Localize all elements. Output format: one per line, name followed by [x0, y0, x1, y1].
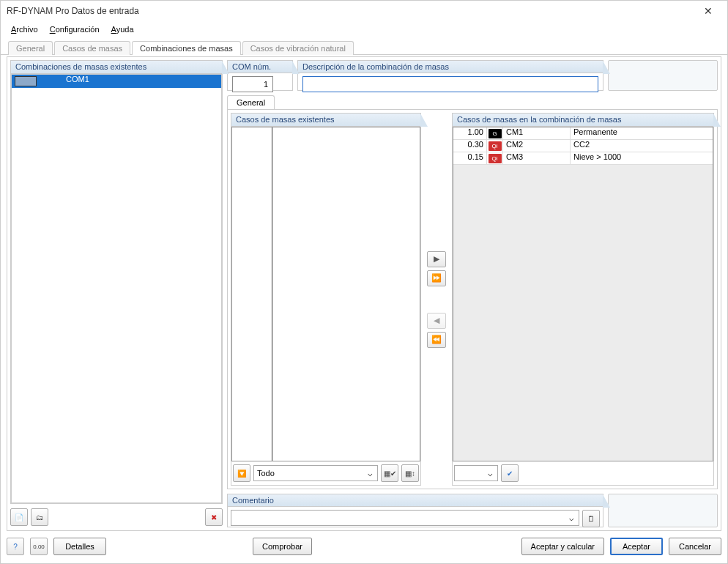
menu-ayuda[interactable]: Ayuda	[107, 23, 138, 35]
comment-input[interactable]	[231, 510, 579, 526]
subtab-general[interactable]: General	[227, 95, 275, 109]
units-icon[interactable]: 0.00	[30, 538, 48, 555]
cancel-button[interactable]: Cancelar	[669, 538, 721, 555]
apply-icon[interactable]: ▦✔	[381, 464, 398, 482]
cell-code: CM1	[503, 127, 571, 139]
cell-badge: Qi	[487, 140, 503, 152]
tab-general[interactable]: General	[8, 41, 53, 55]
help-icon[interactable]: ?	[7, 538, 24, 555]
check-icon[interactable]: ✔	[501, 464, 519, 482]
bottom-note	[608, 494, 718, 527]
list-item[interactable]: COM1	[12, 75, 221, 88]
com-num-input[interactable]	[232, 76, 273, 92]
tab-combinaciones-masas[interactable]: Combinaciones de masas	[132, 41, 241, 55]
filter-icon[interactable]: 🔽	[233, 464, 250, 482]
accept-button[interactable]: Aceptar	[610, 538, 663, 555]
details-button[interactable]: Detalles	[53, 538, 106, 555]
target-grid[interactable]: 1.00GCM1Permanente0.30QiCM2CC20.15QiCM3N…	[453, 127, 713, 461]
table-row[interactable]: 0.15QiCM3Nieve > 1000	[453, 152, 713, 165]
cell-type: Nieve > 1000	[571, 152, 713, 164]
move-left-icon[interactable]: ◀	[427, 313, 446, 329]
source-grid[interactable]	[231, 127, 420, 461]
menu-archivo[interactable]: Archivo	[7, 23, 42, 35]
arrange-icon[interactable]: ▦↕	[401, 464, 419, 482]
target-small-select[interactable]	[454, 465, 498, 481]
cell-type: Permanente	[571, 127, 713, 139]
comment-label: Comentario	[228, 494, 603, 507]
window-title: RF-DYNAM Pro Datos de entrada	[7, 6, 695, 16]
target-header: Casos de masas en la combinación de masa…	[453, 114, 713, 127]
delete-icon[interactable]: ✖	[205, 508, 223, 526]
desc-input[interactable]	[302, 76, 598, 92]
cell-code: CM3	[503, 152, 571, 164]
move-all-left-icon[interactable]: ⏪	[427, 332, 446, 348]
cell-factor: 0.30	[453, 140, 487, 152]
existing-header: Combinaciones de masas existentes	[11, 61, 222, 74]
desc-label: Descripción de la combinación de masas	[298, 61, 603, 73]
menu-configuracion[interactable]: Configuración	[45, 23, 104, 35]
accept-calc-button[interactable]: Aceptar y calcular	[521, 538, 604, 555]
com-num-label: COM núm.	[228, 61, 292, 73]
duplicate-icon[interactable]: 🗂	[31, 508, 48, 526]
tab-casos-masas[interactable]: Casos de masas	[54, 41, 130, 55]
cell-code: CM2	[503, 140, 571, 152]
new-item-icon[interactable]: 📄	[10, 508, 28, 526]
cell-factor: 1.00	[453, 127, 487, 139]
cell-badge: G	[487, 127, 503, 139]
hint-note	[608, 60, 718, 91]
close-icon[interactable]: ✕	[695, 2, 721, 20]
source-header: Casos de masas existentes	[231, 114, 420, 127]
comment-library-icon[interactable]: 🗒	[582, 510, 600, 527]
table-row[interactable]: 1.00GCM1Permanente	[453, 127, 713, 140]
table-row[interactable]: 0.30QiCM2CC2	[453, 140, 713, 152]
existing-list[interactable]: COM1	[11, 74, 222, 503]
filter-select[interactable]: Todo	[253, 465, 378, 481]
move-all-right-icon[interactable]: ⏩	[427, 270, 446, 286]
tab-vibracion-natural[interactable]: Casos de vibración natural	[242, 41, 354, 55]
cell-badge: Qi	[487, 152, 503, 164]
cell-type: CC2	[571, 140, 713, 152]
check-button[interactable]: Comprobar	[253, 538, 312, 555]
move-right-icon[interactable]: ▶	[427, 251, 446, 267]
cell-factor: 0.15	[453, 152, 487, 164]
